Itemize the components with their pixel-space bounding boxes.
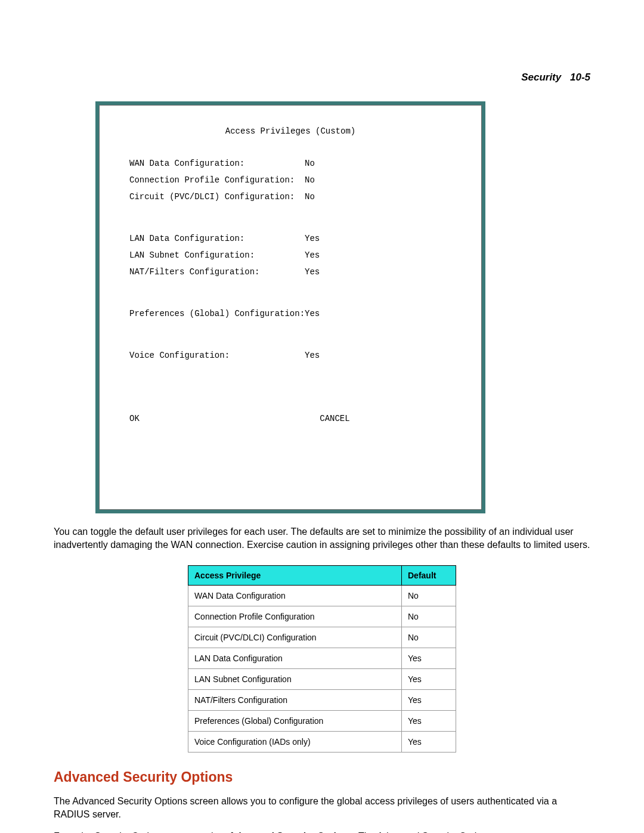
cell-default: No — [402, 586, 456, 606]
table-row: Voice Configuration (IADs only)Yes — [188, 732, 456, 753]
th-default: Default — [402, 566, 456, 586]
cell-privilege: WAN Data Configuration — [188, 586, 402, 606]
cell-privilege: LAN Subnet Configuration — [188, 669, 402, 690]
row-label: LAN Subnet Configuration: — [129, 250, 255, 260]
cell-privilege: Circuit (PVC/DLCI) Configuration — [188, 627, 402, 648]
th-privilege: Access Privilege — [188, 566, 402, 586]
table-row: Preferences (Global) ConfigurationYes — [188, 711, 456, 732]
row-label: LAN Data Configuration: — [129, 234, 244, 243]
cell-default: Yes — [402, 732, 456, 753]
privileges-table: Access Privilege Default WAN Data Config… — [188, 565, 456, 753]
cell-privilege: Preferences (Global) Configuration — [188, 711, 402, 732]
row-value: Yes — [305, 351, 320, 360]
table-row: WAN Data ConfigurationNo — [188, 586, 456, 606]
row-value: No — [305, 175, 315, 185]
terminal-row: NAT/Filters Configuration: Yes — [100, 268, 481, 276]
row-label: NAT/Filters Configuration: — [129, 267, 259, 277]
table-row: Connection Profile ConfigurationNo — [188, 606, 456, 627]
section-heading-advanced-security: Advanced Security Options — [54, 769, 590, 785]
terminal-row: Circuit (PVC/DLCI) Configuration: No — [100, 193, 481, 201]
cell-privilege: NAT/Filters Configuration — [188, 690, 402, 711]
table-row: LAN Subnet ConfigurationYes — [188, 669, 456, 690]
terminal-inner: Access Privileges (Custom) WAN Data Conf… — [99, 105, 482, 510]
running-header: Security 10-5 — [521, 72, 590, 83]
terminal-group-3: Preferences (Global) Configuration:Yes — [100, 301, 481, 326]
cancel-action: CANCEL — [320, 414, 349, 423]
table-row: Circuit (PVC/DLCI) ConfigurationNo — [188, 627, 456, 648]
row-value: No — [305, 159, 315, 168]
paragraph-nav-instruction: From the Security Options screen, select… — [54, 830, 590, 833]
cell-default: No — [402, 627, 456, 648]
terminal-row: LAN Subnet Configuration: Yes — [100, 251, 481, 259]
cell-default: Yes — [402, 648, 456, 669]
terminal-screenshot: Access Privileges (Custom) WAN Data Conf… — [95, 101, 485, 513]
row-label: Voice Configuration: — [129, 351, 230, 360]
terminal-row: Connection Profile Configuration: No — [100, 176, 481, 184]
row-label: Connection Profile Configuration: — [129, 175, 295, 185]
table-row: LAN Data ConfigurationYes — [188, 648, 456, 669]
row-label: Preferences (Global) Configuration: — [129, 309, 305, 318]
terminal-title: Access Privileges (Custom) — [100, 127, 481, 135]
table-header-row: Access Privilege Default — [188, 566, 456, 586]
cell-default: Yes — [402, 690, 456, 711]
row-label: Circuit (PVC/DLCI) Configuration: — [129, 192, 295, 202]
terminal-group-4: Voice Configuration: Yes — [100, 343, 481, 368]
cell-default: Yes — [402, 669, 456, 690]
paragraph-advanced-security: The Advanced Security Options screen all… — [54, 795, 590, 820]
ok-action: OK — [129, 414, 140, 423]
paragraph-toggle-privileges: You can toggle the default user privileg… — [54, 525, 590, 551]
terminal-row: Voice Configuration: Yes — [100, 351, 481, 360]
header-page-ref: 10-5 — [570, 72, 590, 83]
cell-privilege: Voice Configuration (IADs only) — [188, 732, 402, 753]
table-row: NAT/Filters ConfigurationYes — [188, 690, 456, 711]
cell-privilege: LAN Data Configuration — [188, 648, 402, 669]
terminal-row: Preferences (Global) Configuration:Yes — [100, 309, 481, 318]
cell-default: No — [402, 606, 456, 627]
header-title: Security — [521, 72, 561, 83]
row-value: Yes — [305, 250, 320, 260]
cell-default: Yes — [402, 711, 456, 732]
row-label: WAN Data Configuration: — [129, 159, 244, 168]
terminal-row: LAN Data Configuration: Yes — [100, 234, 481, 243]
terminal-group-1: WAN Data Configuration: No Connection Pr… — [100, 151, 481, 209]
row-value: No — [305, 192, 315, 202]
terminal-actions: OK CANCEL — [100, 414, 481, 423]
row-value: Yes — [305, 309, 320, 318]
page: Security 10-5 Access Privileges (Custom)… — [0, 0, 644, 833]
row-value: Yes — [305, 234, 320, 243]
privileges-table-body: WAN Data ConfigurationNo Connection Prof… — [188, 586, 456, 753]
terminal-row: WAN Data Configuration: No — [100, 159, 481, 168]
terminal-group-2: LAN Data Configuration: Yes LAN Subnet C… — [100, 226, 481, 284]
row-value: Yes — [305, 267, 320, 277]
cell-privilege: Connection Profile Configuration — [188, 606, 402, 627]
